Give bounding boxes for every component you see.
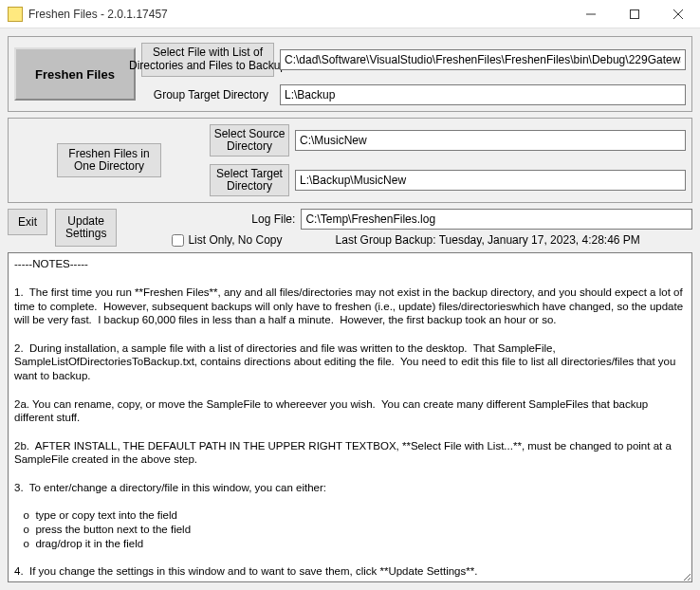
app-window: Freshen Files - 2.0.1.17457 Freshen File… [0,0,700,590]
last-backup-status: Last Group Backup: Tuesday, January 17, … [336,233,640,247]
single-directory-panel: Freshen Files in One Directory Select So… [8,118,692,203]
update-settings-button[interactable]: Update Settings [55,209,117,247]
target-directory-input[interactable] [295,170,686,191]
controls-row: Exit Update Settings Log File: List Only… [8,209,692,247]
list-only-checkbox[interactable] [172,234,184,247]
svg-rect-1 [631,9,639,18]
freshen-one-directory-button[interactable]: Freshen Files in One Directory [57,143,161,177]
group-target-label: Group Target Directory [141,88,274,101]
group-target-input[interactable] [280,84,686,105]
notes-textarea[interactable] [8,252,692,582]
list-only-label: List Only, No Copy [188,233,282,247]
app-icon [8,7,23,22]
maximize-button[interactable] [613,0,656,28]
list-file-path-input[interactable] [280,49,686,70]
group-backup-panel: Freshen Files Select File with List of D… [8,36,692,112]
log-file-input[interactable] [301,209,692,230]
source-directory-input[interactable] [295,130,686,151]
minimize-button[interactable] [569,0,613,28]
select-source-directory-button[interactable]: Select Source Directory [210,124,289,157]
freshen-files-button[interactable]: Freshen Files [14,47,136,101]
window-title: Freshen Files - 2.0.1.17457 [28,8,168,21]
select-target-directory-button[interactable]: Select Target Directory [210,164,289,196]
titlebar: Freshen Files - 2.0.1.17457 [0,0,700,28]
log-file-label: Log File: [124,212,295,226]
exit-button[interactable]: Exit [8,209,47,235]
select-list-file-button[interactable]: Select File with List of Directories and… [141,43,274,77]
close-button[interactable] [656,0,700,28]
